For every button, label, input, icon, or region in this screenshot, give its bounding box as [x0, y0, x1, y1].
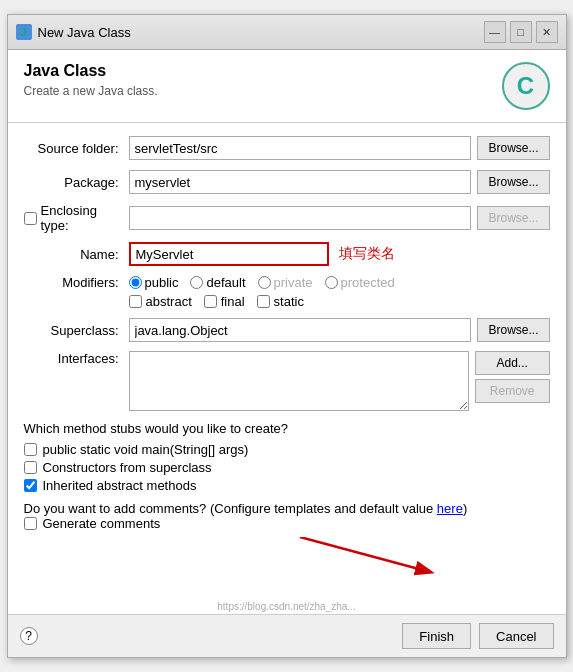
- name-input[interactable]: [129, 242, 329, 266]
- interfaces-buttons: Add... Remove: [475, 351, 550, 403]
- stub-inherited-checkbox[interactable]: [24, 479, 37, 492]
- stub-main-label: public static void main(String[] args): [43, 442, 249, 457]
- close-button[interactable]: ✕: [536, 21, 558, 43]
- enclosing-type-checkbox[interactable]: [24, 212, 37, 225]
- source-folder-row: Source folder: Browse...: [24, 135, 550, 161]
- window-controls: — □ ✕: [484, 21, 558, 43]
- abstract-checkbox[interactable]: [129, 295, 142, 308]
- modifier-protected-radio[interactable]: [325, 276, 338, 289]
- watermark: https://blog.csdn.net/zha_zha...: [8, 599, 566, 614]
- final-checkbox-label[interactable]: final: [204, 294, 245, 309]
- add-interface-button[interactable]: Add...: [475, 351, 550, 375]
- enclosing-type-browse-button[interactable]: Browse...: [477, 206, 549, 230]
- stub-constructors-checkbox[interactable]: [24, 461, 37, 474]
- enclosing-type-row: Enclosing type: Browse...: [24, 203, 550, 233]
- enclosing-type-checkbox-label[interactable]: Enclosing type:: [24, 203, 119, 233]
- arrow-area: [24, 537, 550, 587]
- stub-constructors-label: Constructors from superclass: [43, 460, 212, 475]
- modifiers-row: Modifiers: public default private: [24, 275, 550, 309]
- remove-interface-button[interactable]: Remove: [475, 379, 550, 403]
- header-section: Java Class Create a new Java class. C: [8, 50, 566, 123]
- stub-inherited: Inherited abstract methods: [24, 478, 550, 493]
- static-checkbox-label[interactable]: static: [257, 294, 304, 309]
- eclipse-logo: C: [502, 62, 550, 110]
- package-label: Package:: [24, 175, 129, 190]
- maximize-button[interactable]: □: [510, 21, 532, 43]
- comments-question: Do you want to add comments? (Configure …: [24, 501, 550, 516]
- generate-comments-row: Generate comments: [24, 516, 550, 531]
- dialog-title: New Java Class: [38, 25, 131, 40]
- title-bar: J New Java Class — □ ✕: [8, 15, 566, 50]
- header-title: Java Class: [24, 62, 158, 80]
- source-folder-browse-button[interactable]: Browse...: [477, 136, 549, 160]
- method-stubs-section: Which method stubs would you like to cre…: [24, 421, 550, 493]
- name-annotation: 填写类名: [339, 245, 395, 263]
- package-input[interactable]: [129, 170, 472, 194]
- enclosing-type-input[interactable]: [129, 206, 472, 230]
- finish-arrow: [270, 537, 470, 587]
- comments-section: Do you want to add comments? (Configure …: [24, 501, 550, 531]
- static-checkbox[interactable]: [257, 295, 270, 308]
- form-section: Source folder: Browse... Package: Browse…: [8, 123, 566, 599]
- interfaces-label: Interfaces:: [24, 351, 129, 366]
- modifier-private-label[interactable]: private: [258, 275, 313, 290]
- modifier-checkboxes: abstract final static: [129, 294, 550, 309]
- name-input-wrapper: 填写类名: [129, 242, 550, 266]
- header-subtitle: Create a new Java class.: [24, 84, 158, 98]
- title-bar-left: J New Java Class: [16, 24, 131, 40]
- modifiers-inner: Modifiers: public default private: [24, 275, 550, 290]
- finish-button[interactable]: Finish: [402, 623, 471, 649]
- name-row: Name: 填写类名: [24, 241, 550, 267]
- package-row: Package: Browse...: [24, 169, 550, 195]
- footer-section: ? Finish Cancel: [8, 614, 566, 657]
- comments-link[interactable]: here: [437, 501, 463, 516]
- footer-left: ?: [20, 627, 395, 645]
- generate-comments-checkbox[interactable]: [24, 517, 37, 530]
- superclass-input[interactable]: [129, 318, 472, 342]
- method-stubs-title: Which method stubs would you like to cre…: [24, 421, 550, 436]
- header-text: Java Class Create a new Java class.: [24, 62, 158, 98]
- modifiers-label: Modifiers:: [24, 275, 129, 290]
- source-folder-label: Source folder:: [24, 141, 129, 156]
- modifier-default-label[interactable]: default: [190, 275, 245, 290]
- interfaces-row: Interfaces: Add... Remove: [24, 351, 550, 411]
- modifier-public-radio[interactable]: [129, 276, 142, 289]
- package-browse-button[interactable]: Browse...: [477, 170, 549, 194]
- superclass-row: Superclass: Browse...: [24, 317, 550, 343]
- name-label: Name:: [24, 247, 129, 262]
- stub-main-method: public static void main(String[] args): [24, 442, 550, 457]
- stub-main-checkbox[interactable]: [24, 443, 37, 456]
- generate-comments-label: Generate comments: [43, 516, 161, 531]
- svg-line-1: [300, 537, 430, 572]
- modifier-default-radio[interactable]: [190, 276, 203, 289]
- cancel-button[interactable]: Cancel: [479, 623, 553, 649]
- abstract-checkbox-label[interactable]: abstract: [129, 294, 192, 309]
- modifier-private-radio[interactable]: [258, 276, 271, 289]
- modifier-public-label[interactable]: public: [129, 275, 179, 290]
- dialog-window: J New Java Class — □ ✕ Java Class Create…: [7, 14, 567, 658]
- superclass-browse-button[interactable]: Browse...: [477, 318, 549, 342]
- stub-inherited-label: Inherited abstract methods: [43, 478, 197, 493]
- modifiers-radio-group: public default private protected: [129, 275, 395, 290]
- help-button[interactable]: ?: [20, 627, 38, 645]
- superclass-label: Superclass:: [24, 323, 129, 338]
- source-folder-input[interactable]: [129, 136, 472, 160]
- java-class-icon: J: [16, 24, 32, 40]
- stub-constructors: Constructors from superclass: [24, 460, 550, 475]
- minimize-button[interactable]: —: [484, 21, 506, 43]
- modifier-protected-label[interactable]: protected: [325, 275, 395, 290]
- interfaces-textarea[interactable]: [129, 351, 469, 411]
- final-checkbox[interactable]: [204, 295, 217, 308]
